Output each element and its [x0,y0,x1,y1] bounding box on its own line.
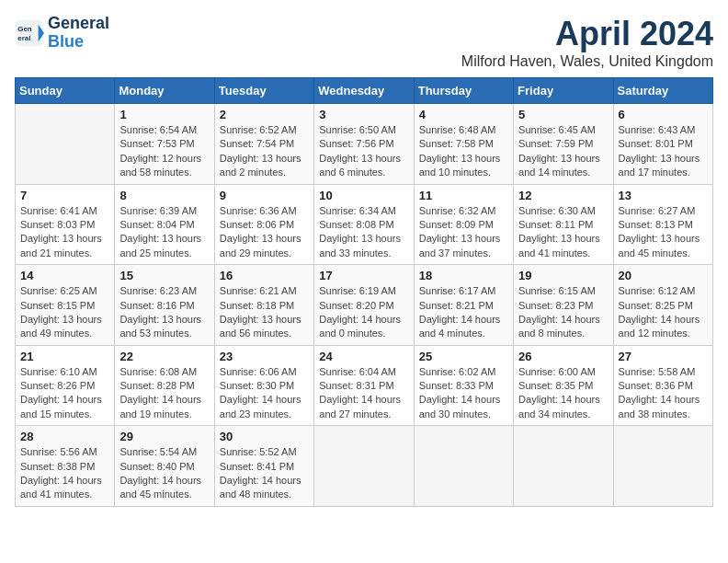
day-info: Sunrise: 6:02 AMSunset: 8:33 PMDaylight:… [419,365,508,422]
day-number: 14 [20,269,109,282]
day-info: Sunrise: 6:04 AMSunset: 8:31 PMDaylight:… [319,365,408,422]
day-number: 16 [220,269,309,282]
day-info: Sunrise: 6:00 AMSunset: 8:35 PMDaylight:… [518,365,608,422]
day-number: 18 [419,269,508,282]
day-number: 23 [220,350,309,363]
calendar-cell: 13Sunrise: 6:27 AMSunset: 8:13 PMDayligh… [613,184,712,265]
calendar-cell: 18Sunrise: 6:17 AMSunset: 8:21 PMDayligh… [414,265,513,346]
day-number: 12 [518,189,608,202]
day-info: Sunrise: 6:12 AMSunset: 8:25 PMDaylight:… [619,284,708,341]
day-number: 17 [319,269,408,282]
day-info: Sunrise: 6:34 AMSunset: 8:08 PMDaylight:… [319,204,408,261]
calendar-cell: 27Sunrise: 5:58 AMSunset: 8:36 PMDayligh… [613,345,712,426]
day-number: 11 [419,189,508,202]
day-info: Sunrise: 5:52 AMSunset: 8:41 PMDaylight:… [220,445,309,502]
day-number: 3 [319,108,408,121]
calendar-cell: 23Sunrise: 6:06 AMSunset: 8:30 PMDayligh… [214,345,313,426]
day-number: 27 [619,350,708,363]
day-number: 1 [119,108,209,121]
calendar-cell: 11Sunrise: 6:32 AMSunset: 8:09 PMDayligh… [414,184,513,265]
calendar-cell: 2Sunrise: 6:52 AMSunset: 7:54 PMDaylight… [214,104,313,185]
day-info: Sunrise: 6:23 AMSunset: 8:16 PMDaylight:… [119,284,209,341]
day-info: Sunrise: 6:19 AMSunset: 8:20 PMDaylight:… [319,284,408,341]
day-number: 9 [220,189,309,202]
day-info: Sunrise: 6:27 AMSunset: 8:13 PMDaylight:… [619,204,708,261]
calendar-cell: 8Sunrise: 6:39 AMSunset: 8:04 PMDaylight… [115,184,214,265]
calendar-header-row: SundayMondayTuesdayWednesdayThursdayFrid… [16,78,713,104]
calendar-cell: 3Sunrise: 6:50 AMSunset: 7:56 PMDaylight… [314,104,414,185]
calendar-cell: 22Sunrise: 6:08 AMSunset: 8:28 PMDayligh… [115,345,214,426]
calendar-cell [414,426,513,507]
svg-text:eral: eral [17,34,30,42]
day-info: Sunrise: 6:36 AMSunset: 8:06 PMDaylight:… [220,204,309,261]
day-info: Sunrise: 6:41 AMSunset: 8:03 PMDaylight:… [20,204,109,261]
calendar-cell: 20Sunrise: 6:12 AMSunset: 8:25 PMDayligh… [613,265,712,346]
day-number: 5 [518,108,608,121]
calendar-cell: 5Sunrise: 6:45 AMSunset: 7:59 PMDaylight… [514,104,613,185]
calendar-cell: 30Sunrise: 5:52 AMSunset: 8:41 PMDayligh… [214,426,313,507]
calendar-cell: 6Sunrise: 6:43 AMSunset: 8:01 PMDaylight… [613,104,712,185]
column-header-monday: Monday [115,78,214,104]
calendar-cell: 29Sunrise: 5:54 AMSunset: 8:40 PMDayligh… [115,426,214,507]
calendar-cell: 14Sunrise: 6:25 AMSunset: 8:15 PMDayligh… [16,265,115,346]
day-info: Sunrise: 6:43 AMSunset: 8:01 PMDaylight:… [619,123,708,180]
svg-text:Gen: Gen [17,25,32,33]
day-number: 25 [419,350,508,363]
logo-text-line1: General [48,15,109,33]
day-number: 8 [119,189,209,202]
day-number: 22 [119,350,209,363]
day-number: 24 [319,350,408,363]
calendar-cell [16,104,115,185]
calendar-cell: 26Sunrise: 6:00 AMSunset: 8:35 PMDayligh… [514,345,613,426]
day-number: 29 [119,430,209,443]
calendar-cell [314,426,414,507]
day-number: 28 [20,430,109,443]
column-header-friday: Friday [514,78,613,104]
column-header-thursday: Thursday [414,78,513,104]
day-info: Sunrise: 6:10 AMSunset: 8:26 PMDaylight:… [20,365,109,422]
day-number: 21 [20,350,109,363]
day-number: 10 [319,189,408,202]
day-info: Sunrise: 5:58 AMSunset: 8:36 PMDaylight:… [619,365,708,422]
calendar-cell: 4Sunrise: 6:48 AMSunset: 7:58 PMDaylight… [414,104,513,185]
day-info: Sunrise: 6:32 AMSunset: 8:09 PMDaylight:… [419,204,508,261]
calendar-cell: 1Sunrise: 6:54 AMSunset: 7:53 PMDaylight… [115,104,214,185]
calendar-cell [514,426,613,507]
day-info: Sunrise: 6:08 AMSunset: 8:28 PMDaylight:… [119,365,209,422]
day-number: 4 [419,108,508,121]
calendar-cell: 10Sunrise: 6:34 AMSunset: 8:08 PMDayligh… [314,184,414,265]
day-number: 19 [518,269,608,282]
logo-text-line2: Blue [48,33,109,52]
column-header-saturday: Saturday [613,78,712,104]
day-info: Sunrise: 6:50 AMSunset: 7:56 PMDaylight:… [319,123,408,180]
day-info: Sunrise: 6:48 AMSunset: 7:58 PMDaylight:… [419,123,508,180]
day-info: Sunrise: 6:45 AMSunset: 7:59 PMDaylight:… [518,123,608,180]
calendar-table: SundayMondayTuesdayWednesdayThursdayFrid… [15,77,713,507]
calendar-title: April 2024 [461,15,713,53]
week-row-2: 7Sunrise: 6:41 AMSunset: 8:03 PMDaylight… [16,184,713,265]
column-header-wednesday: Wednesday [314,78,414,104]
day-number: 20 [619,269,708,282]
calendar-cell: 7Sunrise: 6:41 AMSunset: 8:03 PMDaylight… [16,184,115,265]
calendar-cell: 19Sunrise: 6:15 AMSunset: 8:23 PMDayligh… [514,265,613,346]
week-row-1: 1Sunrise: 6:54 AMSunset: 7:53 PMDaylight… [16,104,713,185]
week-row-4: 21Sunrise: 6:10 AMSunset: 8:26 PMDayligh… [16,345,713,426]
day-info: Sunrise: 6:17 AMSunset: 8:21 PMDaylight:… [419,284,508,341]
day-info: Sunrise: 6:06 AMSunset: 8:30 PMDaylight:… [220,365,309,422]
calendar-cell: 24Sunrise: 6:04 AMSunset: 8:31 PMDayligh… [314,345,414,426]
calendar-cell: 25Sunrise: 6:02 AMSunset: 8:33 PMDayligh… [414,345,513,426]
day-number: 30 [220,430,309,443]
calendar-cell: 17Sunrise: 6:19 AMSunset: 8:20 PMDayligh… [314,265,414,346]
day-number: 2 [220,108,309,121]
day-info: Sunrise: 6:39 AMSunset: 8:04 PMDaylight:… [119,204,209,261]
column-header-sunday: Sunday [16,78,115,104]
logo-icon: Gen eral [15,18,44,48]
page-header: Gen eral General Blue April 2024 Milford… [15,15,713,70]
day-info: Sunrise: 6:30 AMSunset: 8:11 PMDaylight:… [518,204,608,261]
calendar-cell: 16Sunrise: 6:21 AMSunset: 8:18 PMDayligh… [214,265,313,346]
calendar-cell: 21Sunrise: 6:10 AMSunset: 8:26 PMDayligh… [16,345,115,426]
calendar-cell [613,426,712,507]
calendar-cell: 9Sunrise: 6:36 AMSunset: 8:06 PMDaylight… [214,184,313,265]
calendar-cell: 15Sunrise: 6:23 AMSunset: 8:16 PMDayligh… [115,265,214,346]
week-row-5: 28Sunrise: 5:56 AMSunset: 8:38 PMDayligh… [16,426,713,507]
